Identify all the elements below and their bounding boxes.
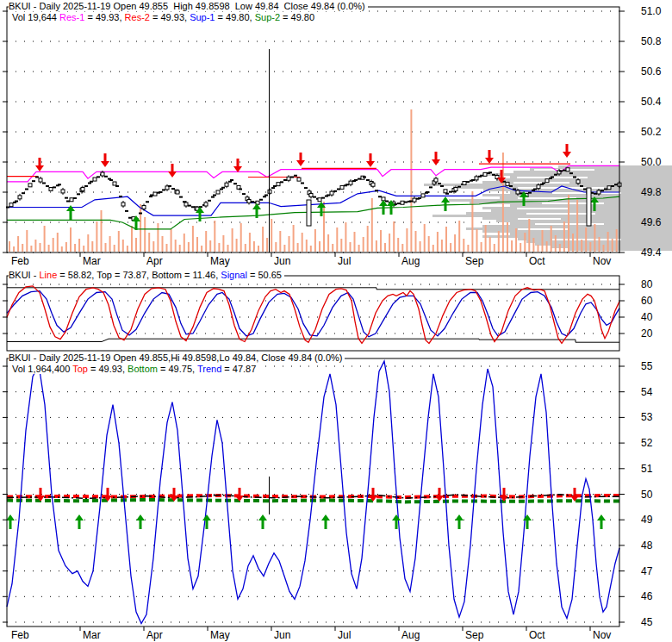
volume-bar [528, 219, 530, 252]
volume-profile-row [482, 173, 672, 176]
price-mark [513, 189, 516, 190]
volume-bar [340, 239, 342, 252]
volume-bar [546, 241, 548, 252]
signal-line [7, 291, 619, 337]
price-mark [363, 177, 366, 178]
price-mark [488, 171, 492, 173]
volume-bar [314, 229, 316, 252]
volume-bar [572, 234, 574, 252]
oscillator-panel-graphics: 80604020 [3, 276, 653, 351]
arrow-head [441, 196, 450, 203]
arrow-stem [171, 164, 174, 172]
price-mark [119, 196, 122, 197]
month-label: Apr [146, 255, 163, 267]
volume-bar [192, 226, 194, 252]
volume-bar [476, 229, 478, 252]
volume-bar [135, 238, 137, 252]
price-mark [375, 190, 378, 191]
price-mark [542, 183, 545, 184]
price-mark [483, 172, 487, 176]
price-mark [604, 189, 607, 190]
price-mark [283, 179, 287, 181]
price-mark [340, 185, 344, 189]
y-axis-label: 52 [641, 437, 653, 449]
buy-arrow-icon [455, 514, 464, 529]
price-mark [321, 197, 325, 199]
y-axis-label: 49.4 [641, 246, 662, 259]
arrow-stem [300, 153, 302, 161]
arrow-stem [239, 488, 241, 496]
volume-bar [201, 246, 202, 252]
sell-arrow-icon [563, 144, 571, 158]
volume-bar [481, 242, 482, 252]
arrow-stem [439, 488, 441, 496]
price-mark [93, 178, 96, 181]
volume-profile-row [513, 171, 672, 173]
volume-bar [551, 226, 552, 252]
arrow-head [35, 165, 44, 171]
volume-bar [289, 236, 290, 252]
legend-part: = 49.75, [158, 364, 197, 374]
volume-bar [437, 232, 439, 252]
price-mark [290, 177, 294, 178]
arrow-head [296, 160, 305, 166]
volume-bar [332, 244, 333, 252]
volume-bar [559, 244, 561, 252]
volume-bar [532, 238, 534, 252]
bottom-level-line [7, 339, 619, 342]
volume-bar [188, 242, 190, 252]
legend-part: Vol 19,644 [12, 12, 59, 22]
volume-bar [105, 243, 107, 252]
month-label: May [210, 629, 230, 641]
arrow-head [392, 514, 401, 520]
price-mark [401, 201, 404, 204]
volume-bar [354, 232, 356, 252]
price-mark [313, 196, 316, 198]
sell-arrow-icon [432, 152, 440, 165]
price-mark [73, 197, 77, 199]
price-mark [607, 186, 611, 190]
month-label: Oct [529, 629, 545, 641]
price-mark [204, 203, 208, 206]
sell-arrow-icon [485, 150, 494, 164]
price-mark [528, 192, 532, 194]
price-mark [492, 174, 495, 176]
legend-part: Signal [221, 270, 247, 280]
price-mark [349, 181, 352, 184]
month-label: Mar [83, 629, 101, 641]
volume-bar [166, 244, 168, 252]
volume-bar [205, 231, 207, 252]
price-mark [184, 203, 188, 206]
volume-bar [489, 237, 491, 252]
volume-bar [603, 245, 605, 252]
arrow-head [202, 514, 211, 520]
volume-bar [471, 191, 473, 252]
price-mark [28, 184, 32, 187]
legend-part: = 47.87 [221, 364, 256, 374]
volume-bar [175, 240, 177, 252]
volume-bar [401, 244, 403, 252]
arrow-head [523, 514, 532, 520]
volume-bar [157, 223, 159, 252]
volume-bar [253, 241, 255, 252]
volume-bar [236, 239, 238, 252]
price-mark [179, 196, 183, 198]
volume-bar [424, 224, 426, 252]
volume-bar [240, 223, 242, 252]
volume-bar [384, 243, 386, 252]
month-label: Jul [338, 629, 351, 641]
volume-bar [222, 235, 224, 252]
price-mark [42, 183, 46, 184]
arrow-stem [199, 213, 202, 221]
price-mark [440, 185, 444, 187]
volume-bar [485, 225, 487, 252]
y-axis-label: 54 [641, 386, 653, 398]
price-mark [354, 179, 358, 181]
volume-bar [271, 219, 272, 252]
price-mark [25, 189, 28, 190]
price-mark [413, 198, 416, 202]
price-mark [273, 185, 277, 187]
legend-part: = 49.80 [280, 12, 314, 22]
legend-part: Vol 1,964,400 [12, 364, 72, 374]
price-mark [304, 187, 308, 189]
